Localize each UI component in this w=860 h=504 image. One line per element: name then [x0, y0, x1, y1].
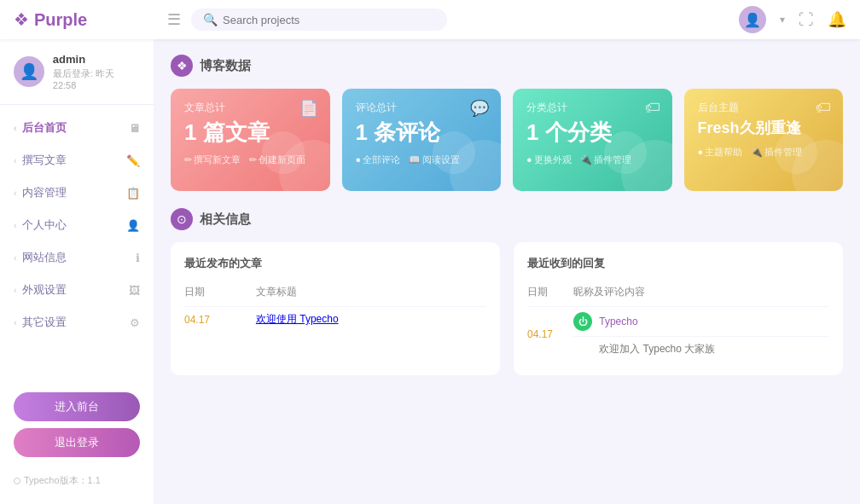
- sidebar-label-home: 后台首页: [22, 120, 67, 136]
- stat-card-comments: 评论总计 💬 1 条评论 ● 全部评论 📖 阅读设置: [342, 89, 502, 191]
- blog-data-title: 博客数据: [200, 58, 251, 74]
- stat-icon-comments: 💬: [470, 99, 489, 118]
- stat-label-categories: 分类总计: [526, 101, 659, 115]
- sidebar-icon-home: 🖥: [129, 122, 140, 135]
- stat-card-theme: 后台主题 🏷 Fresh久别重逢 ● 主题帮助 🔌 插件管理: [684, 89, 844, 191]
- sidebar-arrow-home: ‹: [14, 123, 17, 133]
- blog-data-header: ❖ 博客数据: [171, 55, 843, 77]
- sidebar-item-content[interactable]: ‹ 内容管理 📋: [0, 177, 154, 209]
- post-date: 04.17: [184, 307, 256, 333]
- col-comment-date: 日期: [527, 281, 573, 307]
- topbar-right: 👤 ▾ ⛶ 🔔: [739, 6, 846, 33]
- logo-text: Purple: [34, 10, 87, 30]
- col-comment-info: 昵称及评论内容: [573, 281, 829, 307]
- sidebar-label-write: 撰写文章: [22, 153, 67, 168]
- stat-card-articles: 文章总计 📄 1 篇文章 ✏ 撰写新文章 ✏ 创建新页面: [171, 89, 330, 191]
- info-cards: 最近发布的文章 日期 文章标题 04.17欢迎使用 Typecho 最近收到的回…: [171, 242, 843, 375]
- comment-date: 04.17: [527, 307, 573, 362]
- sidebar-nav: ‹ 后台首页 🖥 ‹ 撰写文章 ✏️ ‹ 内容管理 📋: [0, 105, 154, 382]
- sidebar-item-profile[interactable]: ‹ 个人中心 👤: [0, 209, 154, 241]
- table-row: 04.17欢迎使用 Typecho: [184, 307, 486, 333]
- stat-value-categories: 1 个分类: [526, 120, 659, 145]
- col-post-title: 文章标题: [256, 281, 486, 307]
- recent-comments-card: 最近收到的回复 日期 昵称及评论内容 04.17 ⏻ Typecho 欢迎加入 …: [514, 242, 843, 375]
- sidebar-buttons: 进入前台 退出登录: [0, 382, 154, 467]
- stat-actions-articles: ✏ 撰写新文章 ✏ 创建新页面: [184, 154, 317, 166]
- sidebar-label-siteinfo: 网站信息: [22, 250, 67, 265]
- stat-label-articles: 文章总计: [184, 101, 317, 115]
- sidebar-last-login: 最后登录: 昨天 22:58: [53, 67, 140, 90]
- sidebar-icon-content: 📋: [126, 187, 140, 200]
- logo-icon: ❖: [14, 9, 29, 30]
- sidebar-icon-profile: 👤: [126, 219, 140, 232]
- sidebar-item-siteinfo[interactable]: ‹ 网站信息 ℹ: [0, 241, 154, 274]
- action-read-settings[interactable]: 📖 阅读设置: [409, 154, 460, 166]
- sidebar-label-content: 内容管理: [22, 185, 67, 200]
- sidebar-arrow-content: ‹: [14, 188, 17, 198]
- action-theme-help[interactable]: ● 主题帮助: [698, 146, 743, 159]
- sidebar-item-write[interactable]: ‹ 撰写文章 ✏️: [0, 144, 154, 177]
- blog-data-icon: ❖: [171, 55, 193, 77]
- stat-card-categories: 分类总计 🏷 1 个分类 ● 更换外观 🔌 插件管理: [513, 89, 672, 191]
- sidebar-label-profile: 个人中心: [22, 217, 67, 233]
- recent-posts-title: 最近发布的文章: [184, 256, 486, 271]
- stat-cards: 文章总计 📄 1 篇文章 ✏ 撰写新文章 ✏ 创建新页面 评论总计 💬 1 条评…: [171, 89, 843, 191]
- stat-value-articles: 1 篇文章: [184, 120, 317, 145]
- btn-logout[interactable]: 退出登录: [14, 428, 140, 457]
- recent-comments-table: 日期 昵称及评论内容 04.17 ⏻ Typecho 欢迎加入 Typecho …: [527, 281, 829, 362]
- commenter-name: Typecho: [599, 316, 637, 327]
- search-input[interactable]: [223, 14, 435, 26]
- sidebar: 👤 admin 最后登录: 昨天 22:58 ‹ 后台首页 🖥 ‹ 撰写文章 ✏…: [0, 39, 154, 504]
- sidebar-icon-settings: ⚙: [130, 316, 140, 329]
- post-title[interactable]: 欢迎使用 Typecho: [256, 307, 486, 333]
- info-section-header: ⊙ 相关信息: [171, 208, 843, 230]
- sidebar-icon-siteinfo: ℹ: [136, 252, 140, 264]
- recent-posts-table: 日期 文章标题 04.17欢迎使用 Typecho: [184, 281, 486, 332]
- bell-icon[interactable]: 🔔: [828, 10, 846, 29]
- stat-label-comments: 评论总计: [356, 101, 488, 115]
- sidebar-arrow-write: ‹: [14, 155, 17, 165]
- info-section-title: 相关信息: [200, 211, 251, 228]
- commenter-icon: ⏻: [573, 312, 592, 331]
- stat-actions-categories: ● 更换外观 🔌 插件管理: [526, 154, 659, 166]
- info-section-icon: ⊙: [171, 208, 193, 230]
- recent-comments-title: 最近收到的回复: [527, 256, 829, 271]
- sidebar-label-settings: 其它设置: [22, 315, 67, 330]
- sidebar-icon-appearance: 🖼: [129, 284, 140, 297]
- stat-actions-theme: ● 主题帮助 🔌 插件管理: [698, 146, 830, 159]
- recent-posts-card: 最近发布的文章 日期 文章标题 04.17欢迎使用 Typecho: [171, 242, 500, 375]
- sidebar-label-appearance: 外观设置: [22, 282, 67, 298]
- sidebar-item-home[interactable]: ‹ 后台首页 🖥: [0, 112, 154, 144]
- version-text: Typecho版本：1.1: [24, 474, 101, 487]
- user-avatar[interactable]: 👤: [739, 6, 766, 33]
- sidebar-avatar: 👤: [14, 56, 44, 87]
- fullscreen-icon[interactable]: ⛶: [799, 11, 814, 29]
- action-plugin-mgmt-cat[interactable]: 🔌 插件管理: [580, 154, 631, 166]
- sidebar-arrow-settings: ‹: [14, 317, 17, 327]
- stat-icon-theme: 🏷: [816, 99, 831, 117]
- sidebar-item-settings[interactable]: ‹ 其它设置 ⚙: [0, 306, 154, 339]
- version-dot: [14, 478, 20, 484]
- sidebar-arrow-profile: ‹: [14, 220, 17, 230]
- action-create-page[interactable]: ✏ 创建新页面: [249, 154, 305, 166]
- avatar-arrow: ▾: [780, 14, 785, 26]
- stat-icon-categories: 🏷: [645, 99, 660, 117]
- sidebar-username: admin: [53, 53, 140, 66]
- action-change-appearance[interactable]: ● 更换外观: [526, 154, 572, 166]
- sidebar-item-appearance[interactable]: ‹ 外观设置 🖼: [0, 274, 154, 306]
- stat-actions-comments: ● 全部评论 📖 阅读设置: [356, 154, 488, 166]
- logo: ❖ Purple: [14, 9, 167, 30]
- search-bar: 🔍: [191, 9, 447, 31]
- table-row: 04.17 ⏻ Typecho: [527, 307, 829, 337]
- comment-name: ⏻ Typecho: [573, 307, 829, 337]
- sidebar-arrow-appearance: ‹: [14, 285, 17, 295]
- menu-icon[interactable]: ☰: [167, 10, 181, 29]
- sidebar-arrow-siteinfo: ‹: [14, 252, 17, 263]
- sidebar-user: 👤 admin 最后登录: 昨天 22:58: [0, 53, 154, 105]
- stat-icon-articles: 📄: [299, 99, 318, 118]
- action-plugin-mgmt-theme[interactable]: 🔌 插件管理: [751, 146, 802, 159]
- action-all-comments[interactable]: ● 全部评论: [356, 154, 401, 166]
- stat-value-comments: 1 条评论: [356, 120, 488, 145]
- action-write-article[interactable]: ✏ 撰写新文章: [184, 154, 241, 166]
- btn-frontend[interactable]: 进入前台: [14, 392, 140, 421]
